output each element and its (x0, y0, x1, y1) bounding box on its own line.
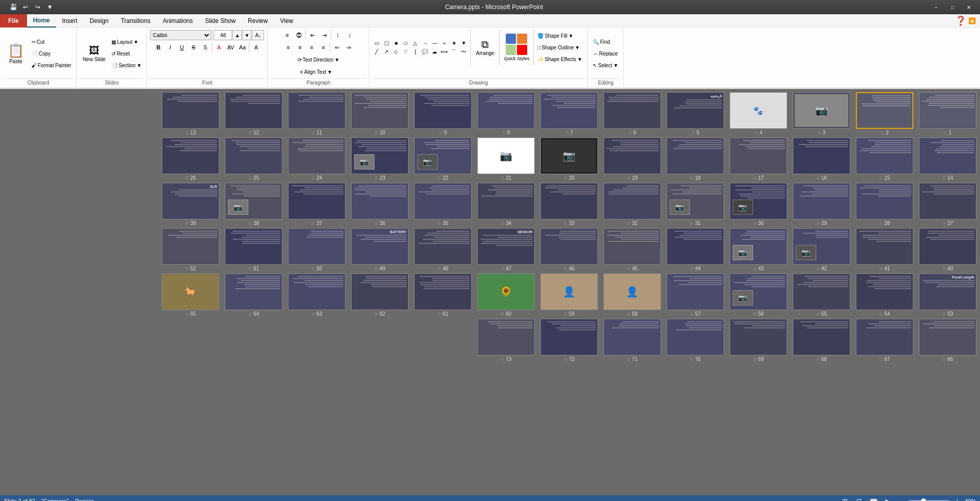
slide-item[interactable]: 📷 ☆ 20 (538, 137, 599, 181)
slide-sorter-button[interactable]: ⊟ (854, 496, 865, 501)
slide-star-icon[interactable]: ☆ (437, 175, 442, 181)
slide-thumbnail[interactable]: 📷 (730, 183, 787, 219)
slide-item[interactable]: ☆ 33 (538, 183, 599, 226)
slide-item[interactable]: ☆ 10 (349, 92, 410, 135)
slide-star-icon[interactable]: ☆ (691, 130, 696, 135)
slide-thumbnail[interactable] (414, 273, 472, 310)
slide-star-icon[interactable]: ☆ (754, 130, 759, 135)
style-swatch-2[interactable] (517, 34, 527, 44)
slide-thumbnail[interactable]: 📷 (414, 137, 472, 174)
slide-thumbnail[interactable] (540, 319, 598, 355)
font-size-decrease[interactable]: ▼ (242, 30, 251, 40)
slide-item[interactable]: ☆ 26 (160, 137, 221, 181)
slide-item[interactable]: 📷 ☆ 21 (475, 137, 536, 181)
shape-star[interactable]: ★ (450, 39, 458, 47)
slide-item[interactable]: ☆ 69 (728, 319, 789, 362)
shape-plus[interactable]: ＋ (440, 39, 448, 47)
shape-square[interactable]: ■ (392, 39, 400, 47)
slide-item[interactable]: ☆ 25 (223, 137, 284, 181)
normal-view-button[interactable]: ⊞ (840, 496, 851, 501)
slide-item[interactable]: ☆ 28 (854, 183, 915, 226)
increase-indent-button[interactable]: ⇥ (319, 30, 330, 40)
slide-item[interactable]: ☆ 36 (349, 183, 410, 226)
close-button[interactable]: ✕ (962, 3, 976, 12)
style-swatch-4[interactable] (517, 45, 527, 55)
font-size-input[interactable] (214, 30, 232, 40)
slide-item[interactable]: ☆ 72 (538, 319, 599, 362)
shape-bracket[interactable]: { (411, 48, 419, 56)
slide-star-icon[interactable]: ☆ (185, 311, 189, 317)
find-button[interactable]: 🔍 Find (591, 36, 620, 47)
line-spacing-button[interactable]: ↕ (344, 30, 355, 40)
slide-thumbnail[interactable] (225, 273, 282, 310)
slideshow-menu[interactable]: Slide Show (199, 14, 242, 27)
slide-thumbnail[interactable]: 👤 (603, 273, 661, 310)
slide-item[interactable]: 📷 ☆ 23 (349, 137, 410, 181)
slide-item[interactable]: BATTERY ☆ 49 (349, 228, 410, 271)
slide-item[interactable]: ☆ 7 (538, 92, 599, 135)
slide-item[interactable]: ☆ 15 (854, 137, 915, 181)
slide-star-icon[interactable]: ☆ (185, 130, 189, 135)
shape-heart[interactable]: ♡ (401, 48, 410, 56)
slide-thumbnail[interactable]: تاریخچه (667, 92, 724, 129)
slide-item[interactable]: 📷 ☆ 3 (791, 92, 852, 135)
slide-item[interactable]: ☆ 55 (791, 273, 852, 317)
select-button[interactable]: ↖ Select ▼ (591, 60, 620, 71)
style-swatch-1[interactable] (506, 34, 516, 44)
maximize-button[interactable]: □ (945, 3, 960, 12)
slide-thumbnail[interactable]: 🌻 (477, 273, 535, 310)
cut-button[interactable]: ✂ Cut (30, 36, 73, 47)
slide-star-icon[interactable]: ☆ (500, 266, 505, 271)
slide-thumbnail[interactable]: 👤 (540, 273, 598, 310)
shape-rectangle[interactable]: ▭ (372, 39, 381, 47)
slide-item[interactable]: ☆ 8 (475, 92, 536, 135)
slide-item[interactable]: ☆ 63 (286, 273, 347, 317)
customize-quick-access[interactable]: ▼ (45, 2, 55, 12)
slide-thumbnail[interactable] (603, 319, 661, 355)
new-slide-button[interactable]: 🖼 New Slide (80, 36, 108, 71)
slide-star-icon[interactable]: ☆ (311, 175, 315, 181)
decrease-indent-button[interactable]: ⇤ (307, 30, 318, 40)
strikethrough-button[interactable]: S (188, 42, 199, 52)
slide-star-icon[interactable]: ☆ (437, 220, 442, 226)
char-spacing-button[interactable]: AV (225, 42, 236, 52)
slide-star-icon[interactable]: ☆ (816, 175, 820, 181)
rtl-button[interactable]: ⇐ (331, 42, 342, 52)
slide-thumbnail[interactable] (603, 228, 661, 265)
shape-rounded-rect[interactable]: ▢ (382, 39, 390, 47)
slide-item[interactable]: ☆ 57 (665, 273, 726, 317)
slide-thumbnail[interactable] (793, 319, 850, 355)
shape-line[interactable]: — (430, 39, 439, 47)
slide-item[interactable]: ☆ 44 (665, 228, 726, 271)
slide-thumbnail[interactable] (162, 228, 219, 265)
slide-thumbnail[interactable]: BATTERY (351, 228, 409, 265)
slide-item[interactable]: ☆ 29 (791, 183, 852, 226)
slide-thumbnail[interactable] (288, 137, 345, 174)
save-button[interactable]: 💾 (8, 2, 18, 12)
shape-wavy[interactable]: 〜 (459, 48, 468, 56)
home-menu[interactable]: Home (27, 14, 56, 27)
shape-double-arrow[interactable]: ⟺ (440, 48, 448, 56)
slide-thumbnail[interactable]: 📷 (667, 183, 724, 219)
slide-star-icon[interactable]: ☆ (248, 220, 252, 226)
slide-thumbnail[interactable] (919, 228, 976, 265)
slide-thumbnail[interactable] (414, 92, 472, 129)
slide-thumbnail[interactable] (667, 273, 724, 310)
slide-item[interactable]: ☆ 52 (160, 228, 221, 271)
slide-thumbnail[interactable] (856, 183, 913, 219)
slide-star-icon[interactable]: ☆ (942, 356, 946, 362)
slide-thumbnail[interactable] (288, 273, 345, 310)
slide-thumbnail[interactable]: 📷 (793, 92, 850, 129)
slide-star-icon[interactable]: ☆ (689, 175, 694, 181)
shape-triangle[interactable]: △ (411, 39, 419, 47)
slide-item[interactable]: ☆ 9 (412, 92, 473, 135)
slide-star-icon[interactable]: ☆ (185, 266, 189, 271)
slide-thumbnail[interactable] (540, 183, 598, 219)
slide-star-icon[interactable]: ☆ (563, 356, 568, 362)
bold-button[interactable]: B (153, 42, 164, 52)
slide-thumbnail[interactable]: SENSOR (477, 228, 535, 265)
slide-thumbnail[interactable] (603, 137, 661, 174)
bullet-list-button[interactable]: ≡ (281, 30, 293, 40)
slide-item[interactable]: ☆ 24 (286, 137, 347, 181)
slide-star-icon[interactable]: ☆ (942, 266, 946, 271)
